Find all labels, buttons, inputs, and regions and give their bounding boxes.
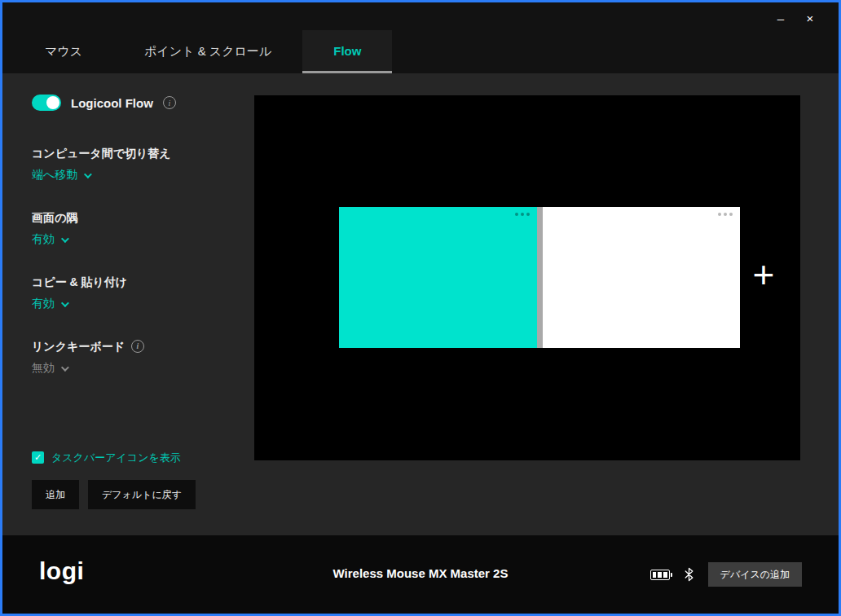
bluetooth-icon (684, 567, 694, 582)
chevron-down-icon (61, 299, 69, 307)
setting-title-text: コンピュータ間で切り替え (32, 145, 171, 161)
setting-dropdown[interactable]: 有効 (32, 231, 67, 248)
setting-title-text: 画面の隅 (32, 209, 77, 226)
setting-dropdown[interactable]: 有効 (32, 296, 67, 312)
minimize-button[interactable]: – (773, 11, 788, 26)
add-button[interactable]: 追加 (32, 480, 79, 509)
info-icon[interactable]: i (131, 340, 144, 353)
add-computer-plus-icon[interactable]: + (746, 253, 782, 296)
setting-copy-paste: コピー & 貼り付け 有効 (32, 274, 253, 312)
setting-title: コピー & 貼り付け (32, 274, 253, 290)
setting-link-keyboard: リンクキーボード i 無効 (32, 338, 253, 376)
screen-menu-icon[interactable] (718, 213, 733, 216)
setting-screen-corner: 画面の隅 有効 (32, 209, 253, 248)
header-bar: – × マウス ポイント & スクロール Flow (2, 2, 839, 73)
flow-computers-canvas: + (254, 95, 800, 460)
tab-mouse[interactable]: マウス (14, 30, 113, 73)
footer-right-cluster: デバイスの追加 (650, 562, 802, 587)
taskbar-icon-checkbox-label: タスクバーアイコンを表示 (51, 451, 181, 465)
tab-label: ポイント & スクロール (144, 44, 271, 59)
setting-value: 有効 (32, 297, 55, 311)
add-device-button[interactable]: デバイスの追加 (708, 562, 802, 587)
screen-divider (537, 207, 543, 348)
setting-title-text: コピー & 貼り付け (32, 274, 127, 290)
tab-bar: マウス ポイント & スクロール Flow (14, 30, 392, 73)
computer-screen-secondary[interactable] (543, 207, 740, 348)
toggle-knob (46, 96, 59, 109)
setting-value: 端へ移動 (32, 168, 77, 183)
footer-bar: logi Wireless Mouse MX Master 2S デバイスの追加 (2, 535, 839, 614)
info-icon[interactable]: i (163, 96, 176, 109)
setting-title: 画面の隅 (32, 209, 253, 226)
close-button[interactable]: × (803, 11, 817, 26)
chevron-down-icon (61, 363, 69, 372)
setting-dropdown[interactable]: 無効 (32, 360, 67, 376)
sidebar-buttons: 追加 デフォルトに戻す (32, 480, 253, 509)
tab-flow[interactable]: Flow (302, 30, 392, 73)
setting-value: 無効 (32, 361, 55, 376)
tab-point-scroll[interactable]: ポイント & スクロール (113, 30, 302, 73)
tab-label: マウス (45, 44, 82, 59)
setting-title: リンクキーボード i (32, 338, 253, 354)
flow-settings-sidebar: Logicool Flow i コンピュータ間で切り替え 端へ移動 画面の隅 有… (32, 73, 253, 509)
chevron-down-icon (84, 170, 92, 178)
checkbox-checked-icon[interactable]: ✓ (32, 451, 44, 464)
setting-title-text: リンクキーボード (32, 338, 125, 354)
computer-screen-primary[interactable] (339, 207, 537, 348)
app-window: – × マウス ポイント & スクロール Flow Logicool Flow … (2, 2, 839, 614)
screen-menu-icon[interactable] (515, 213, 530, 216)
chevron-down-icon (61, 235, 69, 243)
flow-toggle[interactable] (32, 95, 61, 111)
setting-switch-between-computers: コンピュータ間で切り替え 端へ移動 (32, 145, 253, 183)
setting-value: 有効 (32, 232, 55, 247)
window-controls: – × (773, 11, 817, 26)
battery-icon (650, 570, 670, 580)
taskbar-icon-checkbox-row[interactable]: ✓ タスクバーアイコンを表示 (32, 451, 253, 464)
flow-toggle-label: Logicool Flow (71, 96, 153, 110)
tab-label: Flow (333, 44, 361, 58)
setting-dropdown[interactable]: 端へ移動 (32, 167, 90, 183)
restore-defaults-button[interactable]: デフォルトに戻す (88, 480, 196, 509)
setting-title: コンピュータ間で切り替え (32, 145, 253, 161)
flow-toggle-row: Logicool Flow i (32, 94, 253, 112)
